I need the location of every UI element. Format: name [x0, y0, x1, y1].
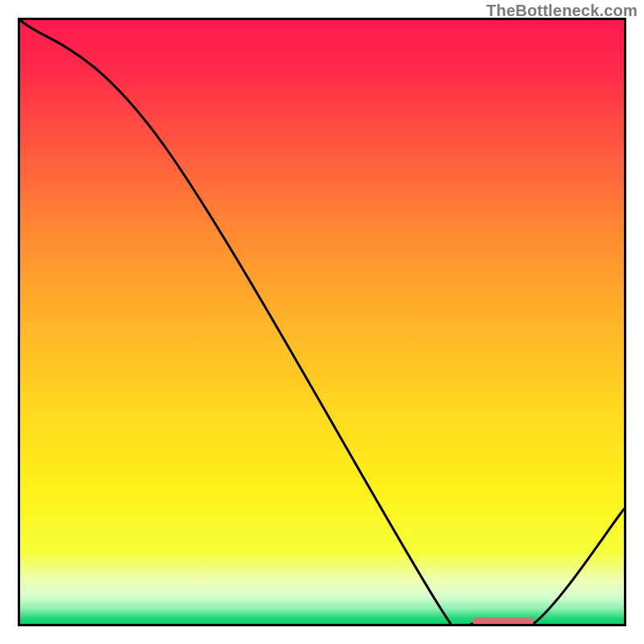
flat-segment-marker [473, 617, 534, 624]
watermark-text: TheBottleneck.com [486, 2, 638, 20]
gradient-background [20, 20, 624, 624]
chart-area [18, 18, 626, 626]
chart-svg [20, 20, 624, 624]
